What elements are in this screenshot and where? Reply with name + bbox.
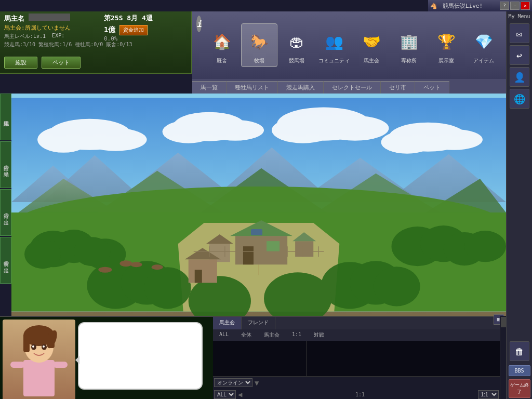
nav-icon-label-items: アイテム: [473, 57, 494, 64]
nav-icon-racecourse[interactable]: 🏟 競馬場: [278, 24, 315, 66]
chat-subtab-match[interactable]: 対戦: [310, 330, 328, 340]
race-info: 競走馬:3/10 繁殖牝馬:1/6 種牡馬:0/0 厩舎:0/13: [4, 41, 187, 48]
pet-button[interactable]: ペット: [42, 57, 81, 69]
help-button[interactable]: ?: [500, 2, 509, 10]
chat-subtab-one-on-one[interactable]: 1:1: [288, 330, 305, 340]
info-button[interactable]: i: [196, 16, 202, 32]
chat-panel: 馬主会フレンド ALL全体馬主会1:1対戦 オンライン ▼ ALL ◀ 1:1 …: [213, 317, 506, 399]
speech-bubble: [78, 322, 203, 390]
svg-rect-71: [23, 334, 30, 352]
bbs-button[interactable]: BBS: [509, 365, 530, 376]
nav-icons-bar: i 🏠 厩舎 🐎 牧場 🏟 競馬場 👥 コミュニティ 🤝 馬主会 🏢 専称所 🏆…: [192, 11, 506, 79]
my-menu-label: My Menu: [508, 14, 530, 19]
chat-subtabs: ALL全体馬主会1:1対戦: [213, 329, 506, 341]
nav-icon-img-farm: 🐎: [246, 26, 272, 57]
nav-icon-specialty[interactable]: 🏢 専称所: [391, 24, 427, 66]
online-select[interactable]: オンライン: [214, 378, 252, 387]
trash-icon-button[interactable]: 🗑: [510, 341, 529, 361]
titlebar-icon: 🐴: [430, 3, 437, 9]
left-tab-today-race[interactable]: 今日の出走: [0, 189, 11, 236]
chat-tab-friends[interactable]: フレンド: [242, 317, 275, 329]
nav-icon-items[interactable]: 💎 アイテム: [466, 24, 502, 66]
chat-right-panel: [307, 341, 506, 376]
chat-bottom-row: ALL ◀ 1:1 1:1 ▼: [213, 389, 506, 399]
chat-tabs: 馬主会フレンド: [213, 317, 506, 329]
scrollbar-thumb[interactable]: [501, 317, 506, 327]
svg-point-66: [152, 264, 163, 270]
nav-icon-label-racecourse: 競馬場: [289, 57, 304, 64]
close-button[interactable]: ×: [521, 2, 530, 10]
nav-icon-img-stable: 🏠: [209, 26, 235, 57]
farm-scene: [11, 94, 506, 316]
nav-icon-community[interactable]: 👥 コミュニティ: [316, 24, 352, 66]
svg-point-5: [163, 121, 215, 143]
nav-icon-label-stable: 厩舎: [217, 57, 227, 64]
svg-point-36: [464, 231, 506, 262]
svg-point-30: [24, 240, 61, 269]
return-icon-button[interactable]: ↩: [510, 45, 529, 65]
svg-point-12: [425, 129, 483, 150]
person-icon-button[interactable]: 👤: [510, 67, 529, 87]
svg-rect-53: [189, 259, 217, 283]
tab-horse-list[interactable]: 馬一覧: [192, 81, 227, 94]
chat-tab-owners-club[interactable]: 馬主会: [213, 317, 242, 329]
svg-rect-47: [243, 246, 254, 264]
svg-rect-51: [295, 241, 313, 257]
tab-select-sale[interactable]: セレクトセール: [324, 81, 381, 94]
tab-pet[interactable]: ペット: [415, 81, 449, 94]
svg-point-39: [144, 267, 191, 309]
all-select[interactable]: ALL: [214, 390, 236, 399]
owner-name-value: [29, 14, 70, 21]
svg-point-32: [74, 237, 110, 266]
left-tab-tomorrow-race[interactable]: 明日の出走: [0, 237, 11, 284]
chat-scrollbar[interactable]: [500, 316, 506, 399]
farm-scene-svg: [11, 94, 506, 316]
svg-point-77: [43, 345, 45, 348]
svg-point-3: [84, 128, 147, 151]
tab-stallion-list[interactable]: 種牡馬リスト: [227, 81, 278, 94]
minimize-button[interactable]: －: [510, 2, 520, 10]
svg-point-42: [373, 267, 420, 306]
main-viewport: [11, 94, 506, 316]
character-panel: [0, 317, 213, 399]
add-funds-button[interactable]: 資金追加: [119, 25, 148, 35]
ratio-label: 1:1: [244, 392, 475, 397]
tab-seri[interactable]: セリ市: [381, 81, 415, 94]
globe-icon-button[interactable]: 🌐: [510, 89, 529, 109]
nav-icon-stable[interactable]: 🏠 厩舎: [204, 24, 240, 66]
nav-icon-img-racecourse: 🏟: [284, 26, 310, 57]
exp-label: EXP:: [52, 33, 64, 40]
nav-icon-label-community: コミュニティ: [318, 57, 350, 64]
nav-icon-farm[interactable]: 🐎 牧場: [241, 23, 277, 67]
nav-icon-label-farm: 牧場: [254, 57, 264, 64]
nav-icon-exhibition[interactable]: 🏆 展示室: [428, 24, 464, 66]
mail-icon-button[interactable]: ✉: [510, 23, 529, 43]
facilities-button[interactable]: 施設: [4, 57, 37, 69]
svg-rect-68: [23, 360, 55, 396]
quit-button[interactable]: ゲーム終了: [509, 379, 530, 398]
chat-messages: [213, 341, 506, 376]
svg-point-9: [321, 116, 389, 141]
ratio-select[interactable]: 1:1: [478, 390, 499, 399]
chat-subtab-club[interactable]: 馬主会: [260, 330, 284, 340]
left-tab-unconfirmed[interactable]: 未確認馬: [0, 94, 11, 140]
money-amount: 1億: [104, 25, 115, 35]
association-label: 馬主会:所属していません: [4, 24, 187, 32]
nav-icon-label-exhibition: 展示室: [438, 57, 454, 64]
titlebar: 🐴 競馬伝説Live! ? － ×: [428, 0, 532, 11]
chat-subtab-all[interactable]: ALL: [215, 330, 233, 340]
owner-name-label: 馬主名: [4, 14, 24, 23]
svg-rect-79: [53, 362, 68, 368]
nav-icon-img-specialty: 🏢: [396, 26, 422, 57]
level-label: 馬主レベル:Lv.1: [4, 33, 46, 40]
chat-subtab-all2[interactable]: 全体: [237, 330, 256, 340]
svg-point-2: [37, 127, 89, 153]
svg-rect-67: [251, 229, 262, 235]
left-tab-yesterday[interactable]: 昨日の結果: [0, 141, 11, 188]
svg-point-63: [119, 260, 132, 267]
nav-icon-owners_club[interactable]: 🤝 馬主会: [353, 24, 390, 66]
nav-icon-label-specialty: 専称所: [401, 57, 417, 64]
tab-buy-racer[interactable]: 競走馬購入: [278, 81, 324, 94]
nav-icon-img-community: 👥: [321, 26, 347, 57]
week-display: 第25S 8月 4週: [104, 14, 153, 23]
